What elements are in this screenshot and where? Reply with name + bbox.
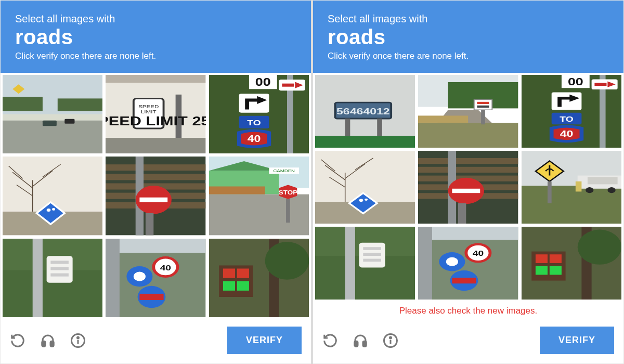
svg-rect-128: [418, 167, 518, 173]
image-grid: SPEED LIMIT SPEED LIMIT 25 00 TO: [1, 73, 311, 319]
reload-icon[interactable]: [10, 333, 25, 348]
svg-text:00: 00: [255, 76, 271, 88]
captcha-tile-3[interactable]: [315, 151, 415, 224]
svg-rect-99: [474, 100, 492, 110]
svg-rect-40: [106, 174, 205, 180]
svg-rect-137: [522, 186, 621, 224]
captcha-tile-8[interactable]: [209, 239, 309, 317]
verify-button[interactable]: VERIFY: [540, 327, 614, 354]
svg-rect-149: [363, 247, 381, 250]
svg-rect-135: [458, 203, 466, 224]
svg-rect-81: [223, 281, 235, 290]
svg-rect-84: [50, 341, 54, 346]
svg-rect-93: [315, 136, 415, 148]
svg-rect-82: [237, 281, 249, 290]
svg-rect-67: [106, 239, 120, 317]
image-grid: 56464012: [313, 73, 623, 302]
svg-rect-57: [286, 199, 290, 223]
svg-text:STOP: STOP: [278, 189, 297, 196]
header-instruction-line3: Click verify once there are none left.: [328, 51, 609, 61]
reload-icon[interactable]: [322, 333, 338, 348]
svg-rect-3: [43, 121, 57, 126]
header-target-word: roads: [15, 26, 296, 48]
captcha-tile-4[interactable]: [106, 157, 205, 235]
svg-rect-39: [106, 164, 205, 171]
captcha-tile-0[interactable]: 56464012: [315, 75, 415, 148]
svg-point-164: [577, 230, 621, 265]
svg-rect-127: [418, 158, 518, 164]
svg-point-77: [265, 242, 309, 280]
svg-rect-9: [106, 75, 205, 83]
captcha-tile-8[interactable]: [522, 227, 621, 300]
svg-rect-153: [418, 227, 518, 240]
captcha-tile-6[interactable]: [3, 239, 102, 317]
svg-rect-64: [50, 273, 69, 276]
svg-point-141: [607, 187, 615, 193]
captcha-tile-4[interactable]: [418, 151, 518, 224]
audio-icon[interactable]: [353, 333, 368, 348]
captcha-tile-6[interactable]: [315, 227, 415, 300]
header-instruction-line1: Select all images with: [328, 13, 609, 25]
captcha-footer: VERIFY: [313, 319, 623, 363]
captcha-header: Select all images with roads Click verif…: [1, 1, 311, 73]
captcha-tile-5[interactable]: [522, 151, 621, 224]
svg-rect-47: [146, 213, 153, 235]
svg-point-87: [77, 336, 79, 338]
error-message: Please also check the new images.: [313, 302, 623, 319]
header-instruction-line3: Click verify once there are none left.: [15, 51, 296, 61]
svg-point-125: [365, 199, 368, 201]
svg-rect-19: [282, 84, 294, 87]
captcha-tile-2[interactable]: 00 TO 40: [209, 75, 309, 153]
svg-text:40: 40: [160, 263, 171, 271]
svg-rect-0: [3, 75, 102, 118]
svg-rect-139: [588, 177, 618, 184]
svg-rect-154: [418, 227, 432, 300]
svg-rect-91: [345, 119, 350, 137]
audio-icon[interactable]: [40, 333, 56, 348]
verify-button[interactable]: VERIFY: [227, 327, 302, 354]
svg-text:TO: TO: [560, 115, 573, 123]
svg-rect-46: [140, 198, 168, 202]
svg-rect-150: [363, 253, 381, 256]
svg-rect-147: [345, 227, 355, 300]
svg-rect-102: [481, 110, 485, 124]
svg-rect-97: [418, 115, 468, 123]
svg-text:56464012: 56464012: [336, 107, 390, 116]
captcha-tile-0[interactable]: [3, 75, 102, 153]
captcha-tile-2[interactable]: 00 TO 40: [522, 75, 621, 148]
svg-rect-168: [536, 266, 548, 275]
captcha-tile-1[interactable]: SPEED LIMIT SPEED LIMIT 25: [106, 75, 205, 153]
info-icon[interactable]: [70, 333, 86, 348]
captcha-panel-left: Select all images with roads Click verif…: [0, 0, 311, 364]
svg-point-124: [359, 199, 363, 202]
svg-rect-166: [536, 254, 548, 263]
svg-rect-7: [58, 98, 103, 111]
info-icon[interactable]: [383, 333, 398, 348]
svg-text:SPEED: SPEED: [138, 104, 159, 109]
captcha-tile-1[interactable]: [418, 75, 518, 148]
captcha-footer: VERIFY: [1, 319, 311, 363]
captcha-tile-7[interactable]: 40: [418, 227, 518, 300]
svg-rect-171: [363, 341, 366, 346]
captcha-tile-3[interactable]: [3, 157, 102, 235]
svg-rect-80: [237, 268, 249, 278]
sign-text: SPEED LIMIT 25: [106, 114, 205, 128]
svg-rect-2: [3, 114, 102, 121]
svg-text:40: 40: [247, 133, 261, 144]
svg-rect-14: [106, 138, 205, 153]
svg-rect-167: [550, 254, 562, 263]
svg-point-37: [52, 208, 55, 211]
captcha-tile-5[interactable]: CAMDEN STOP: [209, 157, 309, 235]
svg-rect-6: [3, 97, 43, 111]
svg-rect-107: [594, 83, 606, 86]
svg-rect-52: [209, 187, 265, 194]
svg-rect-60: [33, 239, 43, 317]
svg-rect-63: [50, 267, 69, 270]
svg-point-140: [586, 187, 593, 193]
captcha-tile-7[interactable]: 40: [106, 239, 205, 317]
svg-rect-170: [355, 341, 358, 346]
header-target-word: roads: [328, 26, 609, 48]
svg-rect-134: [452, 189, 480, 193]
svg-rect-110: [551, 93, 581, 110]
svg-rect-92: [377, 119, 382, 137]
